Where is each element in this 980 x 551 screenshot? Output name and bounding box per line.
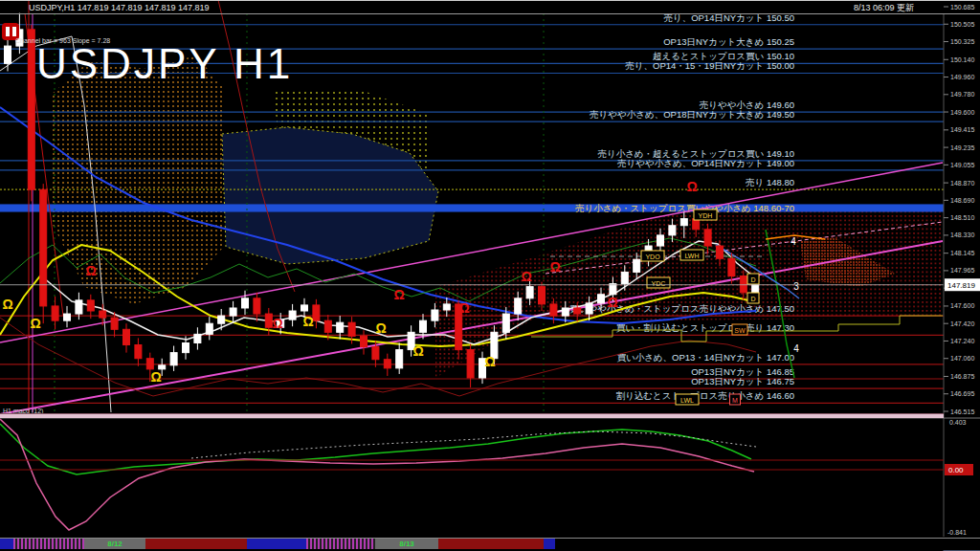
candle-body — [265, 314, 272, 327]
level-label-text: YDO — [645, 253, 660, 260]
candle-body — [526, 287, 533, 298]
candle-body — [728, 258, 735, 276]
session-segment — [247, 539, 306, 549]
omega-marker-red: Ω — [85, 263, 96, 278]
omega-marker-yellow: Ω — [302, 314, 313, 329]
axis-tick-label: 149.235 — [950, 144, 974, 151]
alert-badge-bar — [6, 27, 10, 36]
price-level-annotation: 買いやや小さめ・ストップロス売りやや小さめ 147.50 — [569, 303, 794, 314]
candle-body — [752, 285, 759, 293]
candle-body — [598, 295, 605, 303]
session-segment — [0, 539, 13, 549]
level-label-text: D — [750, 296, 755, 302]
candle-body — [87, 300, 94, 311]
wave-number: 4 — [791, 236, 796, 247]
candle-body — [669, 226, 676, 235]
candle-body — [289, 311, 296, 320]
level-label-text: SW — [734, 327, 746, 334]
level-label-text: LWH — [684, 253, 699, 259]
date-label: 8/12 — [84, 540, 145, 548]
candle-body — [64, 314, 71, 320]
candle-body — [111, 318, 118, 329]
candle-body — [704, 230, 711, 246]
axis-tick-label: 149.415 — [950, 126, 974, 133]
omega-marker-yellow: Ω — [484, 354, 495, 369]
session-segment — [13, 539, 84, 549]
candle-body — [324, 320, 331, 332]
macd-upper-label: 0.403 — [949, 419, 967, 426]
level-label-text: YDH — [699, 212, 713, 219]
axis-tick-label: 147.240 — [950, 338, 974, 344]
axis-tick-label: 149.055 — [950, 162, 974, 168]
session-segment — [438, 539, 544, 549]
axis-tick-label: 147.600 — [950, 302, 974, 309]
axis-tick-label: 146.695 — [950, 390, 974, 397]
axis-tick-label: 146.875 — [950, 373, 974, 380]
candle-body — [348, 322, 355, 336]
candle-body — [621, 272, 628, 283]
update-timestamp: 8/13 06:09 更新 — [854, 2, 914, 13]
candle-body — [170, 353, 177, 365]
candle-body — [396, 350, 403, 368]
axis-tick-label: 148.690 — [950, 197, 974, 204]
omega-marker-red: Ω — [458, 300, 469, 316]
channel-info-label: Channel bar = 963 Slope = 7.28 — [15, 37, 110, 44]
candle-body — [206, 323, 212, 334]
date-label: 8/13 — [375, 540, 438, 548]
level-label-text: M — [732, 397, 738, 404]
axis-tick-label: 148.330 — [950, 231, 974, 238]
candle-body — [634, 259, 640, 272]
current-price-label: 147.819 — [947, 281, 975, 290]
candle-body — [562, 308, 568, 316]
candle-body — [100, 311, 106, 318]
candle-body — [717, 246, 724, 258]
omega-marker-red: Ω — [607, 295, 617, 310]
ohlc-readout: USDJPY,H1 147.819 147.819 147.819 147.81… — [29, 2, 210, 13]
candle-body — [230, 308, 236, 316]
candle-body — [76, 300, 82, 314]
omega-marker-red: Ω — [272, 316, 282, 331]
axis-tick-label: 147.060 — [950, 355, 974, 362]
candle-body — [40, 189, 47, 306]
candle-body — [183, 342, 189, 352]
omega-marker-red: Ω — [686, 179, 697, 194]
alert-badge-bar — [12, 27, 16, 36]
axis-tick-label: 150.140 — [950, 56, 974, 63]
macd-zero-label: 0.00 — [948, 466, 964, 474]
axis-tick-label: 146.515 — [950, 408, 974, 415]
candle-body — [740, 276, 746, 292]
panel-divider[interactable] — [0, 413, 944, 418]
omega-marker-yellow: Ω — [150, 369, 161, 385]
omega-marker-red: Ω — [549, 259, 560, 275]
candle-body — [586, 303, 592, 314]
session-segment: 8/12 — [84, 539, 145, 549]
candle-body — [657, 235, 664, 246]
candle-body — [515, 298, 522, 314]
candle-body — [502, 314, 509, 332]
candle-body — [610, 284, 616, 295]
axis-tick-label: 149.960 — [950, 74, 974, 80]
price-level-annotation: OP13日NYカット大きめ 150.25 — [663, 36, 794, 47]
candle-body — [467, 350, 474, 378]
wave-number: 4 — [793, 343, 799, 354]
chart-window: 売り、OP14日NYカット 150.50OP13日NYカット大きめ 150.25… — [0, 0, 980, 551]
candle-body — [313, 305, 320, 320]
candle-body — [361, 336, 368, 346]
axis-tick-label: 147.965 — [950, 267, 974, 274]
axis-tick-label: 149.600 — [950, 109, 974, 116]
price-level-annotation: 割り込むとストップロス売り小さめ 146.60 — [616, 390, 794, 401]
price-level-annotation: 買い・割り込むとストップロス売り 147.30 — [616, 322, 794, 333]
session-timeline-bar[interactable]: 8/128/13 — [0, 538, 980, 550]
candle-body — [443, 304, 450, 310]
omega-marker-red: Ω — [521, 269, 531, 284]
axis-tick-label: 150.505 — [950, 21, 974, 28]
price-level-annotation: 売り、OP14・15・19日NYカット 150.00 — [625, 60, 794, 71]
axis-tick-label: 149.780 — [950, 91, 974, 98]
candle-body — [146, 359, 153, 369]
candle-body — [574, 308, 581, 314]
axis-tick-label: 148.145 — [950, 250, 974, 256]
title-bar: USDJPY,H1 147.819 147.819 147.819 147.81… — [0, 0, 980, 14]
symbol-watermark: USDJPY H1 — [36, 40, 293, 88]
candle-body — [372, 347, 379, 360]
level-label-text: YDC — [652, 280, 666, 287]
